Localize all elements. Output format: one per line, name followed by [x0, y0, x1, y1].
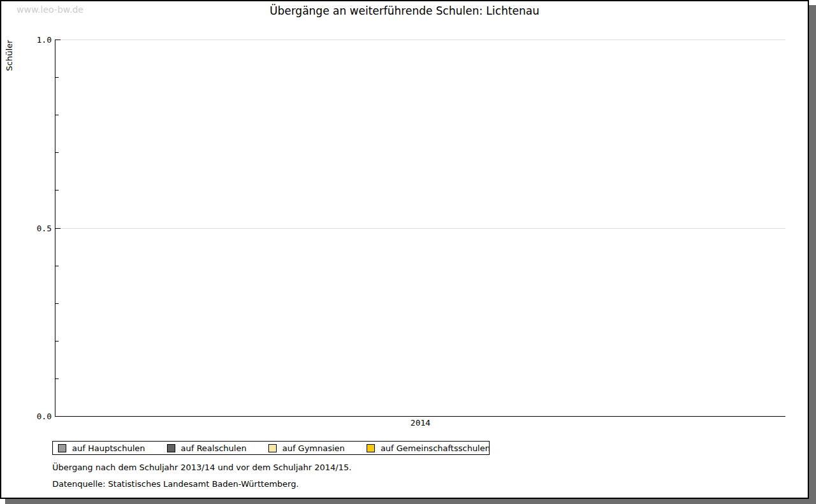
y-major-tick — [55, 228, 61, 229]
y-minor-tick — [55, 266, 59, 266]
y-minor-tick — [55, 190, 59, 191]
y-minor-tick — [55, 152, 59, 153]
chart-figure: www.leo-bw.de Übergänge an weiterführend… — [0, 0, 816, 504]
y-tick-label: 0.5 — [26, 223, 52, 233]
y-major-tick — [55, 416, 61, 417]
legend-item: auf Hauptschulen — [58, 443, 145, 453]
legend: auf Hauptschulenauf Realschulenauf Gymna… — [52, 441, 490, 455]
y-minor-tick — [55, 77, 59, 78]
y-gridline — [55, 40, 785, 40]
y-axis-label: Schüler — [4, 40, 14, 71]
legend-label: auf Gymnasien — [282, 443, 345, 453]
y-major-tick — [55, 40, 61, 40]
legend-label: auf Hauptschulen — [72, 443, 145, 453]
note-data-source: Datenquelle: Statistisches Landesamt Bad… — [52, 479, 299, 489]
legend-swatch — [167, 444, 175, 452]
y-minor-tick — [55, 115, 59, 115]
legend-swatch — [268, 444, 277, 452]
y-tick-label: 0.0 — [26, 412, 52, 421]
y-minor-tick — [55, 378, 59, 379]
y-tick-label: 1.0 — [26, 35, 52, 45]
plot-area: 2014 0.00.51.0 — [55, 40, 785, 417]
legend-swatch — [58, 444, 66, 452]
legend-item: auf Gemeinschaftsschulen — [367, 443, 490, 453]
legend-swatch — [367, 444, 375, 452]
legend-item: auf Gymnasien — [268, 443, 345, 453]
legend-item: auf Realschulen — [167, 443, 247, 453]
legend-label: auf Gemeinschaftsschulen — [381, 443, 490, 453]
y-minor-tick — [55, 341, 59, 342]
y-gridline — [55, 228, 785, 229]
x-tick-label: 2014 — [411, 418, 430, 428]
note-transition-period: Übergang nach dem Schuljahr 2013/14 und … — [52, 463, 351, 472]
y-minor-tick — [55, 303, 59, 304]
legend-label: auf Realschulen — [181, 443, 247, 453]
chart-title: Übergänge an weiterführende Schulen: Lic… — [1, 4, 808, 17]
chart-canvas: www.leo-bw.de Übergänge an weiterführend… — [0, 0, 809, 499]
